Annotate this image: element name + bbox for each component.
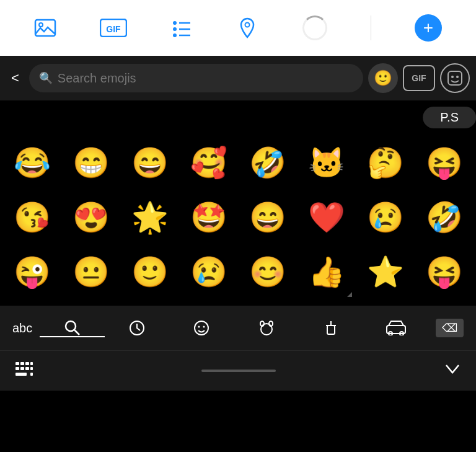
delete-button[interactable]: ⌫	[428, 319, 471, 337]
emoji-cell[interactable]: 😘	[2, 190, 61, 245]
animals-emoji-button[interactable]	[234, 319, 299, 337]
search-icon: 🔍	[39, 71, 53, 85]
delete-icon: ⌫	[436, 319, 464, 337]
svg-point-10	[245, 23, 250, 27]
svg-point-4	[173, 21, 177, 25]
emoji-cell[interactable]: 😝	[415, 245, 474, 299]
emoji-cell[interactable]: 😍	[61, 190, 120, 245]
gif-icon[interactable]: GIF	[100, 19, 127, 37]
svg-rect-29	[20, 362, 24, 365]
keyboard-grid-icon[interactable]	[15, 361, 33, 380]
chevron-down-button[interactable]	[444, 363, 461, 379]
emoji-cell[interactable]: 🥰	[179, 136, 238, 190]
emoji-cell[interactable]: 😄	[238, 190, 297, 245]
emoji-cell[interactable]: 😂	[2, 136, 61, 190]
emoji-cell[interactable]: 🤔	[356, 136, 415, 190]
emoji-cell[interactable]: ⭐	[356, 245, 415, 299]
emoji-cell[interactable]: 😄	[120, 136, 179, 190]
travel-emoji-button[interactable]	[364, 321, 428, 335]
emoji-cell[interactable]: 👍	[297, 245, 356, 299]
svg-rect-37	[30, 373, 33, 376]
emoji-cell[interactable]: 😐	[61, 245, 120, 299]
svg-rect-34	[25, 367, 29, 370]
gif-tab-button[interactable]: GIF	[403, 65, 435, 91]
sticker-tab-button[interactable]	[440, 63, 470, 93]
recent-emoji-button[interactable]	[105, 319, 169, 337]
svg-point-19	[203, 326, 205, 328]
svg-point-13	[456, 76, 459, 78]
add-button[interactable]: +	[415, 14, 442, 42]
svg-rect-36	[15, 373, 27, 376]
emoji-cell[interactable]: 🐱	[297, 136, 356, 190]
svg-point-12	[451, 76, 454, 78]
svg-rect-31	[30, 362, 33, 365]
emoji-cell[interactable]: 🙂	[120, 245, 179, 299]
image-icon[interactable]	[34, 17, 56, 39]
svg-rect-11	[448, 71, 462, 85]
emoji-cell[interactable]: 🤩	[179, 190, 238, 245]
back-button[interactable]: <	[6, 65, 24, 91]
abc-button[interactable]: abc	[5, 321, 40, 335]
emoji-cell[interactable]: 🤣	[238, 136, 297, 190]
location-icon[interactable]	[236, 17, 258, 39]
emoji-cell[interactable]: 😝	[415, 136, 474, 190]
svg-rect-23	[327, 326, 335, 334]
emoji-cell[interactable]: 😁	[61, 136, 120, 190]
svg-rect-32	[15, 367, 19, 370]
svg-rect-35	[30, 367, 33, 370]
svg-point-17	[195, 321, 208, 335]
ps-label: P.S	[423, 107, 476, 128]
svg-line-15	[74, 330, 79, 335]
svg-point-5	[173, 27, 177, 31]
svg-point-20	[261, 324, 272, 335]
svg-rect-33	[20, 367, 24, 370]
emoji-cell[interactable]: ❤️	[297, 190, 356, 245]
svg-point-9	[173, 33, 177, 37]
svg-point-14	[66, 321, 76, 331]
emoji-cell[interactable]: 😜	[2, 245, 61, 299]
svg-point-1	[39, 23, 43, 27]
emoji-grid: 😂 😁 😄 🥰 🤣 🐱 🤔 😝 😘 😍 🌟 🤩 😄 ❤️ 😢 🤣 😜 😐 🙂 😢…	[0, 136, 476, 299]
emoji-area: P.S 😂 😁 😄 🥰 🤣 🐱 🤔 😝 😘 😍 🌟 🤩 😄 ❤️ 😢 🤣 😜 😐…	[0, 100, 476, 306]
search-input-wrap[interactable]: 🔍	[29, 64, 363, 92]
list-icon[interactable]	[170, 17, 193, 39]
svg-rect-28	[15, 362, 19, 365]
search-input[interactable]	[58, 71, 353, 86]
emoji-cell[interactable]: 😢	[179, 245, 238, 299]
toolbar-divider	[371, 16, 371, 40]
top-toolbar: GIF +	[0, 0, 476, 56]
emoji-cell[interactable]: 🌟	[120, 190, 179, 245]
svg-rect-30	[25, 362, 29, 365]
search-row: < 🔍 🙂 GIF	[0, 56, 476, 100]
home-indicator	[201, 370, 276, 372]
emoji-tab-button[interactable]: 🙂	[368, 63, 398, 93]
very-bottom-bar	[0, 350, 476, 391]
emoji-cell[interactable]: 😢	[356, 190, 415, 245]
svg-point-18	[198, 326, 200, 328]
smiley-emoji-button[interactable]	[169, 319, 234, 337]
food-emoji-button[interactable]	[299, 319, 363, 337]
svg-text:GIF: GIF	[107, 24, 121, 34]
emoji-cell[interactable]: 😊	[238, 245, 297, 299]
emoji-cell[interactable]: 🤣	[415, 190, 474, 245]
loading-spinner	[302, 16, 327, 40]
search-emoji-button[interactable]	[40, 319, 104, 337]
keyboard-bottom-bar: abc	[0, 306, 476, 350]
svg-rect-0	[35, 20, 55, 36]
